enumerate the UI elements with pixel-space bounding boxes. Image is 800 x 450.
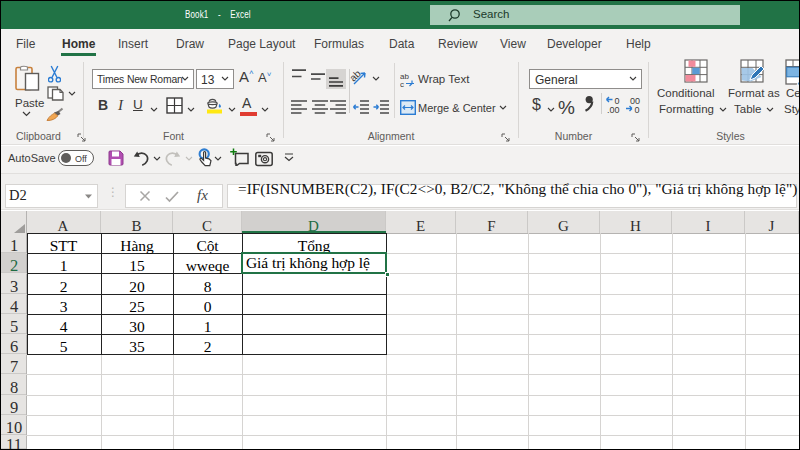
svg-text:.00: .00 bbox=[607, 105, 620, 114]
svg-text:0: 0 bbox=[635, 105, 640, 114]
svg-text:c: c bbox=[400, 80, 404, 87]
